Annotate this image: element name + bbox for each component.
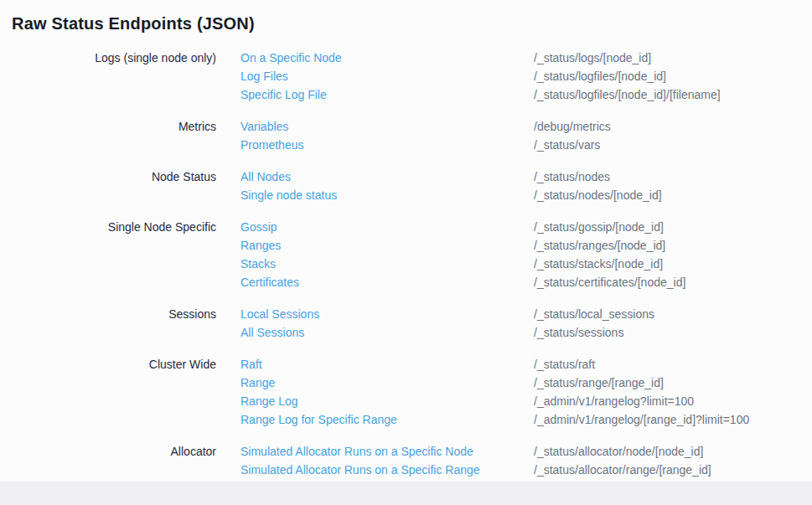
endpoint-group-row: Node StatusAll NodesSingle node status/_…	[12, 167, 812, 204]
endpoint-path: /_status/certificates/[node_id]	[534, 273, 685, 291]
endpoint-paths-column: /debug/metrics/_status/vars	[534, 117, 611, 154]
endpoint-link[interactable]: Ranges	[240, 236, 281, 255]
endpoint-path: /_status/local_sessions	[534, 305, 654, 323]
endpoint-category-label: Allocator	[12, 442, 216, 461]
endpoint-link[interactable]: Range Log	[240, 392, 298, 410]
endpoint-path: /debug/metrics	[534, 117, 611, 136]
endpoint-links-column: VariablesPrometheus	[240, 117, 534, 154]
endpoint-category-label: Node Status	[12, 167, 216, 186]
endpoint-path: /_status/ranges/[node_id]	[534, 236, 685, 255]
endpoint-paths-column: /_status/logs/[node_id]/_status/logfiles…	[534, 49, 721, 104]
endpoint-category-label: Logs (single node only)	[12, 49, 216, 67]
endpoint-links-column: Simulated Allocator Runs on a Specific N…	[240, 442, 534, 479]
endpoint-link[interactable]: Raft	[240, 355, 262, 374]
endpoint-link[interactable]: Simulated Allocator Runs on a Specific R…	[240, 461, 480, 479]
endpoint-link[interactable]: Log Files	[240, 67, 288, 85]
endpoint-path: /_status/gossip/[node_id]	[534, 218, 685, 236]
endpoint-group-row: MetricsVariablesPrometheus/debug/metrics…	[12, 117, 812, 154]
endpoint-path: /_status/logfiles/[node_id]/[filename]	[534, 85, 721, 104]
raw-status-endpoints-page: Raw Status Endpoints (JSON) Logs (single…	[0, 0, 812, 482]
endpoint-link[interactable]: On a Specific Node	[240, 49, 342, 67]
endpoint-path: /_admin/v1/rangelog/[range_id]?limit=100	[534, 410, 749, 429]
endpoint-link[interactable]: Local Sessions	[240, 305, 319, 323]
endpoint-path: /_status/sessions	[534, 323, 654, 342]
endpoint-group-row: SessionsLocal SessionsAll Sessions/_stat…	[12, 305, 812, 342]
endpoint-link[interactable]: Variables	[240, 117, 288, 136]
endpoint-category-label: Metrics	[12, 117, 216, 136]
endpoint-link[interactable]: Prometheus	[240, 136, 303, 154]
endpoint-links-column: On a Specific NodeLog FilesSpecific Log …	[240, 49, 534, 104]
endpoint-group-row: Single Node SpecificGossipRangesStacksCe…	[12, 218, 812, 291]
endpoint-path: /_admin/v1/rangelog?limit=100	[534, 392, 749, 410]
endpoint-category-label: Single Node Specific	[12, 218, 216, 236]
endpoint-path: /_status/nodes	[534, 167, 662, 186]
endpoint-paths-column: /_status/allocator/node/[node_id]/_statu…	[534, 442, 711, 479]
endpoint-links-column: All NodesSingle node status	[240, 167, 534, 204]
endpoint-path: /_status/stacks/[node_id]	[534, 255, 685, 273]
endpoint-link[interactable]: Range Log for Specific Range	[240, 410, 397, 429]
bottom-background-strip	[0, 482, 812, 505]
page-title: Raw Status Endpoints (JSON)	[12, 12, 812, 35]
endpoint-link[interactable]: Specific Log File	[240, 85, 327, 104]
endpoint-category-label: Sessions	[12, 305, 216, 323]
endpoint-path: /_status/logs/[node_id]	[534, 49, 721, 67]
endpoint-path: /_status/logfiles/[node_id]	[534, 67, 721, 85]
endpoint-link[interactable]: Single node status	[240, 186, 337, 204]
endpoint-links-column: Local SessionsAll Sessions	[240, 305, 534, 342]
endpoint-link[interactable]: Certificates	[240, 273, 299, 291]
endpoint-group-row: Logs (single node only)On a Specific Nod…	[12, 49, 812, 104]
endpoint-group-row: AllocatorSimulated Allocator Runs on a S…	[12, 442, 812, 479]
endpoint-path: /_status/raft	[534, 355, 749, 374]
endpoint-group-row: Cluster WideRaftRangeRange LogRange Log …	[12, 355, 812, 429]
endpoint-paths-column: /_status/raft/_status/range/[range_id]/_…	[534, 355, 749, 429]
endpoint-path: /_status/allocator/node/[node_id]	[534, 442, 711, 461]
endpoint-path: /_status/range/[range_id]	[534, 374, 749, 392]
endpoint-link[interactable]: Stacks	[240, 255, 276, 273]
endpoint-link[interactable]: All Nodes	[240, 167, 291, 186]
endpoint-path: /_status/vars	[534, 136, 611, 154]
endpoint-link[interactable]: Gossip	[240, 218, 277, 236]
endpoint-links-column: RaftRangeRange LogRange Log for Specific…	[240, 355, 534, 429]
endpoint-path: /_status/allocator/range/[range_id]	[534, 461, 711, 479]
endpoint-groups: Logs (single node only)On a Specific Nod…	[12, 49, 812, 479]
endpoint-link[interactable]: Simulated Allocator Runs on a Specific N…	[240, 442, 473, 461]
endpoint-link[interactable]: All Sessions	[240, 323, 304, 342]
endpoint-paths-column: /_status/gossip/[node_id]/_status/ranges…	[534, 218, 685, 291]
endpoint-category-label: Cluster Wide	[12, 355, 216, 374]
endpoint-links-column: GossipRangesStacksCertificates	[240, 218, 534, 291]
endpoint-paths-column: /_status/nodes/_status/nodes/[node_id]	[534, 167, 662, 204]
endpoint-path: /_status/nodes/[node_id]	[534, 186, 662, 204]
endpoint-link[interactable]: Range	[240, 374, 275, 392]
endpoint-paths-column: /_status/local_sessions/_status/sessions	[534, 305, 654, 342]
